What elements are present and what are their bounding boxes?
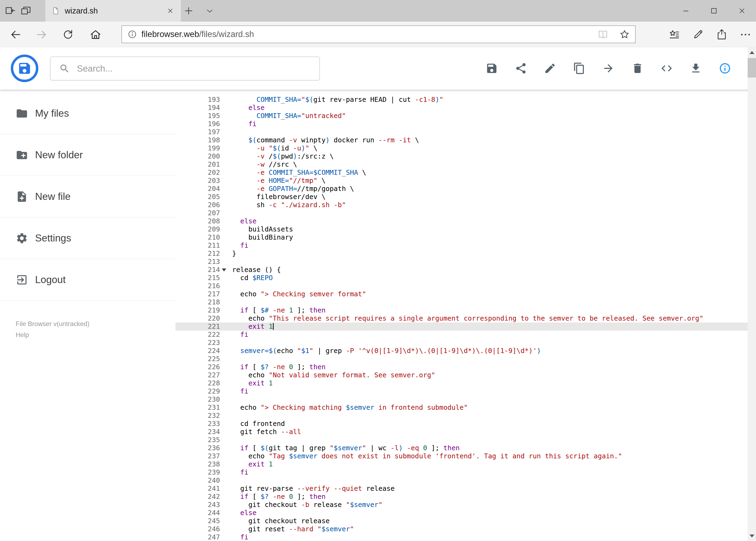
rename-button[interactable] (544, 62, 556, 75)
home-button[interactable] (86, 22, 105, 47)
code-line[interactable]: 241 git rev-parse --verify --quiet relea… (175, 485, 748, 493)
code-line[interactable]: 231 echo "> Checking matching $semver in… (175, 403, 748, 412)
code-line[interactable]: 239 fi (175, 468, 748, 476)
code-line[interactable]: 219 if [ $# -ne 1 ]; then (175, 306, 748, 314)
share-button[interactable] (515, 62, 527, 75)
code-editor[interactable]: 193 COMMIT_SHA="$(git rev-parse HEAD | c… (175, 90, 748, 541)
info-button[interactable] (719, 62, 731, 75)
close-window-button[interactable] (728, 0, 756, 22)
code-line[interactable]: 220 echo "This release script requires a… (175, 314, 748, 322)
filebrowser-logo[interactable] (11, 55, 38, 82)
code-line[interactable]: 211 fi (175, 242, 748, 250)
code-line[interactable]: 202 -e COMMIT_SHA=$COMMIT_SHA \ (175, 169, 748, 177)
browser-tab[interactable]: wizard.sh (45, 0, 181, 22)
code-line[interactable]: 233 cd frontend (175, 420, 748, 428)
scrollbar-thumb[interactable] (748, 58, 756, 78)
code-line[interactable]: 223 (175, 339, 748, 347)
favorite-star-icon[interactable] (619, 29, 630, 40)
code-line[interactable]: 245 git checkout release (175, 517, 748, 525)
maximize-button[interactable] (700, 0, 728, 22)
search-input[interactable] (77, 64, 319, 74)
code-line[interactable]: 238 exit 1 (175, 460, 748, 468)
code-line[interactable]: 209 buildAssets (175, 225, 748, 234)
code-line[interactable]: 222 fi (175, 330, 748, 339)
delete-button[interactable] (631, 62, 644, 75)
code-line[interactable]: 226 if [ $? -ne 0 ]; then (175, 363, 748, 371)
sidebar-item-new-folder[interactable]: New folder (0, 134, 175, 176)
code-line[interactable]: 247 fi (175, 533, 748, 541)
tabs-aside-button[interactable] (4, 5, 16, 17)
code-line[interactable]: 230 (175, 395, 748, 403)
copy-button[interactable] (573, 62, 586, 75)
code-line[interactable]: 201 -w //src \ (175, 161, 748, 169)
code-line[interactable]: 195 COMMIT_SHA="untracked" (175, 112, 748, 120)
minimize-button[interactable] (672, 0, 700, 22)
code-text: git checkout -b release "$semver" (232, 501, 382, 509)
code-line[interactable]: 210 buildBinary (175, 234, 748, 242)
code-line[interactable]: 212} (175, 250, 748, 258)
code-line[interactable]: 193 COMMIT_SHA="$(git rev-parse HEAD | c… (175, 96, 748, 104)
page-scrollbar[interactable] (748, 47, 756, 541)
page-info-icon[interactable] (127, 29, 137, 39)
new-tab-button[interactable] (183, 5, 194, 16)
sidebar-item-new-file[interactable]: New file (0, 176, 175, 218)
code-line[interactable]: 206 sh -c "./wizard.sh -b" (175, 201, 748, 209)
code-line[interactable]: 196 fi (175, 120, 748, 128)
search-bar[interactable] (50, 56, 320, 81)
download-button[interactable] (690, 62, 702, 75)
code-line[interactable]: 204 -e GOPATH=//tmp/gopath \ (175, 185, 748, 193)
forward-button[interactable] (32, 22, 51, 47)
refresh-button[interactable] (58, 22, 78, 47)
code-line[interactable]: 234 git fetch --all (175, 428, 748, 436)
more-button[interactable] (739, 28, 752, 41)
code-line[interactable]: 236 if [ $(git tag | grep "$semver" | wc… (175, 444, 748, 452)
code-line[interactable]: 242 if [ $? -ne 0 ]; then (175, 493, 748, 501)
code-line[interactable]: 224 semver=$(echo "$1" | grep -P '^v(0|[… (175, 347, 748, 355)
tab-list-button[interactable] (205, 6, 215, 16)
scroll-up-button[interactable] (748, 47, 756, 58)
move-button[interactable] (602, 62, 615, 75)
sidebar-item-logout[interactable]: Logout (0, 259, 175, 300)
fold-marker-icon[interactable] (222, 269, 226, 271)
code-button[interactable] (660, 62, 673, 75)
sidebar-item-my-files[interactable]: My files (0, 93, 175, 134)
code-line[interactable]: 216 (175, 282, 748, 290)
code-line[interactable]: 235 (175, 436, 748, 444)
save-button[interactable] (486, 62, 498, 75)
code-line[interactable]: 199 -u "$(id -u)" \ (175, 144, 748, 152)
code-line[interactable]: 229 fi (175, 387, 748, 395)
code-line[interactable]: 215 cd $REPO (175, 274, 748, 282)
web-note-button[interactable] (692, 28, 704, 41)
code-line[interactable]: 237 echo "Tag $semver does not exist in … (175, 452, 748, 460)
tab-preview-button[interactable] (20, 5, 32, 17)
hub-button[interactable] (668, 28, 680, 41)
code-line[interactable]: 200 -v /$(pwd):/src:z \ (175, 152, 748, 161)
code-line[interactable]: 213 (175, 258, 748, 266)
code-line[interactable]: 244 else (175, 509, 748, 517)
address-bar[interactable]: filebrowser.web/files/wizard.sh (122, 25, 635, 43)
code-line[interactable]: 228 exit 1 (175, 379, 748, 387)
code-line[interactable]: 240 (175, 476, 748, 485)
code-line[interactable]: 218 (175, 298, 748, 306)
close-tab-icon[interactable] (166, 6, 175, 15)
code-line[interactable]: 198 $(command -v winpty) docker run --rm… (175, 136, 748, 144)
help-link[interactable]: Help (16, 331, 89, 339)
scroll-down-button[interactable] (748, 531, 756, 541)
code-line[interactable]: 243 git checkout -b release "$semver" (175, 501, 748, 509)
code-line[interactable]: 217 echo "> Checking semver format" (175, 290, 748, 298)
code-line[interactable]: 197 (175, 128, 748, 136)
code-line[interactable]: 205 filebrowser/dev \ (175, 193, 748, 201)
code-line[interactable]: 221 exit 1 (175, 322, 748, 330)
share-page-button[interactable] (715, 28, 728, 41)
code-line[interactable]: 207 (175, 209, 748, 217)
code-line[interactable]: 203 -e HOME="//tmp" \ (175, 177, 748, 185)
code-line[interactable]: 227 echo "Not valid semver format. See s… (175, 371, 748, 379)
code-line[interactable]: 214release () { (175, 266, 748, 274)
back-button[interactable] (6, 22, 25, 47)
code-line[interactable]: 225 (175, 355, 748, 363)
code-line[interactable]: 208 else (175, 217, 748, 225)
sidebar-item-settings[interactable]: Settings (0, 218, 175, 259)
code-line[interactable]: 232 (175, 412, 748, 420)
code-line[interactable]: 194 else (175, 104, 748, 112)
code-line[interactable]: 246 git reset --hard "$semver" (175, 525, 748, 533)
